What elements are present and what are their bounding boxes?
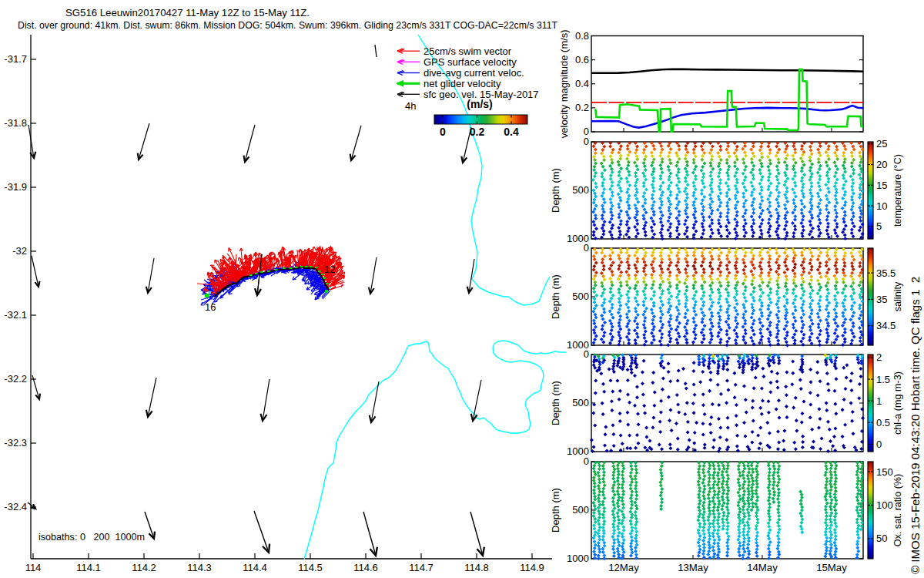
svg-text:-32.2: -32.2: [4, 373, 27, 385]
svg-text:-32.4: -32.4: [4, 501, 27, 512]
svg-text:12May: 12May: [608, 562, 639, 573]
svg-text:0.2: 0.2: [470, 126, 485, 138]
svg-text:35: 35: [876, 294, 887, 305]
svg-text:0: 0: [584, 348, 589, 360]
svg-text:-32: -32: [12, 245, 27, 257]
svg-text:0.6: 0.6: [575, 54, 589, 66]
svg-text:-32.3: -32.3: [4, 437, 27, 449]
svg-text:4h: 4h: [405, 100, 416, 112]
svg-text:0: 0: [876, 439, 882, 450]
svg-text:Ox. sat. ratio (%): Ox. sat. ratio (%): [892, 474, 903, 546]
svg-text:25cm/s swim vector: 25cm/s swim vector: [424, 45, 512, 57]
svg-text:114.3: 114.3: [187, 562, 212, 573]
svg-text:12: 12: [324, 264, 335, 275]
svg-text:1000: 1000: [567, 553, 589, 564]
svg-text:0: 0: [584, 136, 589, 147]
svg-text:© IMOS 15-Feb-2019 04:43:20 Ho: © IMOS 15-Feb-2019 04:43:20 Hobart time.…: [909, 277, 922, 574]
svg-text:0: 0: [440, 126, 446, 138]
svg-text:isobaths: 0 200 1000m: isobaths: 0 200 1000m: [38, 532, 145, 543]
svg-text:0.4: 0.4: [504, 126, 519, 138]
svg-text:114.2: 114.2: [132, 562, 156, 573]
svg-text:150: 150: [876, 466, 893, 478]
svg-text:GPS surface velocity: GPS surface velocity: [424, 56, 517, 68]
svg-text:Depth (m): Depth (m): [550, 381, 561, 425]
svg-text:0.5: 0.5: [876, 417, 890, 428]
svg-text:35.5: 35.5: [876, 267, 896, 279]
svg-text:25: 25: [876, 138, 887, 150]
svg-text:114.6: 114.6: [353, 562, 378, 573]
svg-text:1: 1: [876, 395, 882, 407]
svg-text:Depth (m): Depth (m): [550, 274, 561, 319]
svg-text:0.4: 0.4: [575, 78, 589, 89]
svg-text:dive-avg current veloc.: dive-avg current veloc.: [424, 67, 524, 79]
svg-text:14May: 14May: [747, 562, 778, 573]
svg-text:114.8: 114.8: [464, 562, 489, 573]
svg-text:15: 15: [876, 180, 887, 191]
svg-text:Dist. over ground: 41km. Dist.: Dist. over ground: 41km. Dist. swum: 86k…: [18, 20, 558, 31]
svg-text:50: 50: [876, 533, 887, 544]
svg-text:114.5: 114.5: [298, 562, 323, 573]
svg-text:0.8: 0.8: [575, 30, 589, 42]
svg-text:114.1: 114.1: [76, 562, 101, 573]
svg-text:16: 16: [205, 301, 216, 313]
svg-text:114.4: 114.4: [243, 562, 267, 573]
svg-text:500: 500: [572, 291, 589, 302]
svg-text:2: 2: [876, 351, 882, 363]
svg-text:-32.1: -32.1: [4, 309, 27, 321]
svg-text:0.2: 0.2: [575, 102, 589, 113]
svg-text:13May: 13May: [678, 562, 708, 573]
svg-text:net glider velocity: net glider velocity: [424, 78, 501, 89]
svg-text:0: 0: [584, 242, 589, 254]
svg-text:100: 100: [876, 499, 893, 511]
svg-text:velocity magnitude (m/s): velocity magnitude (m/s): [558, 29, 570, 138]
svg-text:5: 5: [876, 220, 882, 232]
svg-text:500: 500: [572, 184, 589, 196]
svg-text:SG516 Leeuwin20170427 11-May 1: SG516 Leeuwin20170427 11-May 12Z to 15-M…: [65, 7, 310, 18]
svg-text:20: 20: [876, 159, 887, 170]
svg-text:temperature (°C): temperature (°C): [892, 154, 903, 227]
svg-text:114.7: 114.7: [409, 562, 434, 573]
svg-text:-31.9: -31.9: [4, 181, 27, 193]
svg-text:chl-a (mg m-3): chl-a (mg m-3): [892, 371, 903, 435]
svg-text:salinity: salinity: [892, 281, 903, 311]
svg-text:-31.7: -31.7: [4, 53, 27, 65]
svg-text:-31.8: -31.8: [4, 117, 27, 129]
svg-text:1.5: 1.5: [876, 374, 890, 385]
svg-text:10: 10: [876, 200, 887, 212]
svg-text:Depth (m): Depth (m): [550, 488, 561, 533]
svg-text:114: 114: [25, 562, 42, 573]
svg-text:34.5: 34.5: [876, 320, 896, 331]
svg-text:(m/s): (m/s): [467, 98, 492, 110]
svg-text:500: 500: [572, 504, 589, 516]
svg-text:0: 0: [584, 455, 589, 467]
svg-text:500: 500: [572, 397, 589, 408]
svg-text:Depth (m): Depth (m): [550, 168, 561, 213]
svg-text:114.9: 114.9: [520, 562, 544, 573]
svg-text:15May: 15May: [816, 562, 847, 573]
